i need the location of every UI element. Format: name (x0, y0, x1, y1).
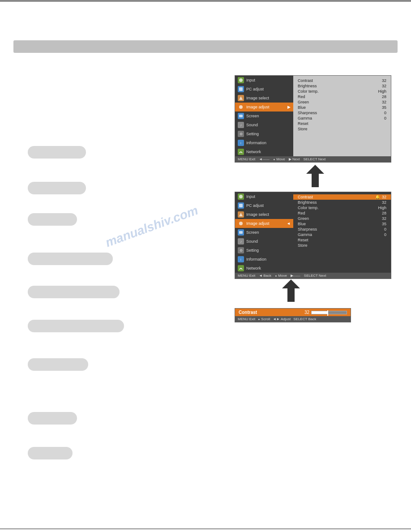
watermark: manualshiv.com (103, 203, 200, 250)
osd-row-contrast-1: Contrast32 (298, 78, 386, 83)
contrast-progress-track (311, 311, 347, 314)
contrast-progress-handle (327, 310, 328, 316)
svg-point-6 (239, 195, 243, 198)
osd-row-gamma-2: Gamma0 (298, 232, 386, 237)
network-icon-1 (238, 149, 244, 155)
osd-item-pcadjust-1: PC adjust (235, 85, 293, 94)
top-border (0, 0, 411, 2)
pill-5[interactable] (28, 286, 120, 298)
svg-marker-5 (306, 165, 324, 187)
osd-row-reset-2: Reset (298, 237, 386, 243)
osd-statusbar-1: MENU Exit ◄------ ⬥ Move ▶ Next SELECT N… (235, 156, 391, 162)
input-icon-2 (238, 193, 244, 200)
osd-item-setting-1: ⚙ Setting (235, 129, 293, 138)
pill-7[interactable] (28, 358, 88, 371)
pcadjust-icon-2 (238, 202, 244, 209)
osd-item-screen-1: Screen (235, 112, 293, 120)
contrast-statusbar: MENU Exit ⬥ Scroll ◄► Adjust SELECT Back (235, 316, 351, 322)
osd-item-screen-2: Screen (235, 228, 293, 237)
sound-icon-1: ♪ (238, 122, 244, 128)
osd-item-imgadjust-2: Image adjust ◄ (235, 219, 293, 228)
arrow-down-1 (306, 165, 324, 189)
network-icon-2 (238, 265, 244, 271)
svg-marker-11 (282, 279, 300, 302)
svg-marker-2 (239, 96, 243, 100)
osd-statusbar-2: MENU Exit ◄ Back ⬥ Move ▶------ SELECT N… (235, 273, 391, 279)
osd-row-gamma-1: Gamma0 (298, 116, 386, 121)
svg-point-0 (239, 78, 243, 82)
setting-icon-1: ⚙ (238, 131, 244, 137)
osd-item-pcadjust-2: PC adjust (235, 201, 293, 210)
imgadjust-icon-2 (238, 220, 244, 227)
osd-item-input-2: Input (235, 192, 293, 201)
imgselect-icon-2 (238, 211, 244, 218)
sound-icon-2: ♪ (238, 238, 244, 245)
imgadjust-icon-1 (238, 104, 244, 110)
osd-panel-1: Input PC adjust Image select Image adjus… (235, 75, 391, 163)
pill-1[interactable] (28, 146, 86, 159)
imgselect-icon-1 (238, 95, 244, 101)
osd-row-sharpness-2: Sharpness0 (298, 227, 386, 232)
arrow-down-2 (282, 279, 300, 303)
osd-row-colortemp-2: Color temp.High (298, 205, 386, 210)
osd-row-store-2: Store (298, 243, 386, 248)
osd-row-colortemp-1: Color temp.High (298, 89, 386, 94)
svg-rect-1 (239, 87, 243, 91)
header-bar (13, 40, 398, 53)
pill-8[interactable] (28, 412, 77, 425)
osd-row-sharpness-1: Sharpness0 (298, 110, 386, 116)
osd-row-red-2: Red28 (298, 210, 386, 216)
osd-item-sound-2: ♪ Sound (235, 237, 293, 246)
info-icon-1: i (238, 140, 244, 146)
osd-item-info-2: i Information (235, 255, 293, 264)
screen-icon-1 (238, 113, 244, 119)
input-icon-1 (238, 77, 244, 83)
osd-row-blue-2: Blue35 (298, 221, 386, 227)
osd-item-sound-1: ♪ Sound (235, 120, 293, 129)
osd-row-green-1: Green32 (298, 99, 386, 105)
pill-2[interactable] (28, 182, 86, 194)
osd-item-network-2: Network (235, 264, 293, 273)
contrast-number: 32 (304, 310, 309, 315)
osd-row-red-1: Red28 (298, 94, 386, 99)
pill-6[interactable] (28, 320, 124, 332)
contrast-progress-fill (312, 311, 327, 314)
osd-item-info-1: i Information (235, 138, 293, 147)
svg-rect-4 (239, 115, 243, 117)
contrast-value-bar: 32 (304, 310, 347, 315)
osd-item-input-1: Input (235, 76, 293, 85)
osd-row-green-2: Green32 (298, 216, 386, 221)
pill-3[interactable] (28, 213, 77, 226)
contrast-bar-panel: Contrast 32 MENU Exit ⬥ Scroll ◄► Adjust… (235, 308, 351, 322)
osd-row-store-1: Store (298, 126, 386, 132)
pill-9[interactable] (28, 447, 73, 459)
pill-4[interactable] (28, 253, 113, 265)
osd-row-blue-1: Blue35 (298, 105, 386, 110)
contrast-title-row: Contrast 32 (235, 309, 351, 316)
osd-row-brightness-1: Brightness32 (298, 83, 386, 89)
info-icon-2: i (238, 256, 244, 262)
svg-rect-7 (239, 204, 243, 207)
pcadjust-icon-1 (238, 86, 244, 92)
contrast-label: Contrast (239, 310, 257, 315)
bottom-border (0, 528, 411, 529)
osd-right-content-2: Contrast 🔔 32 Brightness32 Color temp.Hi… (293, 192, 391, 273)
osd-item-imgselect-1: Image select (235, 94, 293, 103)
osd-item-network-1: Network (235, 147, 293, 156)
svg-point-3 (239, 105, 243, 109)
osd-row-reset-1: Reset (298, 121, 386, 126)
screen-icon-2 (238, 229, 244, 236)
osd-left-menu-1: Input PC adjust Image select Image adjus… (235, 76, 293, 156)
osd-panel-2: Input PC adjust Image select Image adjus… (235, 192, 391, 279)
osd-row-brightness-2: Brightness32 (298, 200, 386, 205)
osd-item-imgselect-2: Image select (235, 210, 293, 219)
svg-rect-10 (239, 231, 243, 234)
osd-row-contrast-2: Contrast 🔔 32 (293, 194, 391, 200)
osd-item-setting-2: ⚙ Setting (235, 246, 293, 255)
svg-point-9 (239, 222, 243, 225)
setting-icon-2: ⚙ (238, 247, 244, 253)
osd-left-menu-2: Input PC adjust Image select Image adjus… (235, 192, 293, 273)
svg-marker-8 (239, 213, 243, 216)
osd-right-content-1: Contrast32 Brightness32 Color temp.High … (293, 76, 391, 156)
osd-item-imgadjust-1: Image adjust ▶ (235, 103, 293, 112)
